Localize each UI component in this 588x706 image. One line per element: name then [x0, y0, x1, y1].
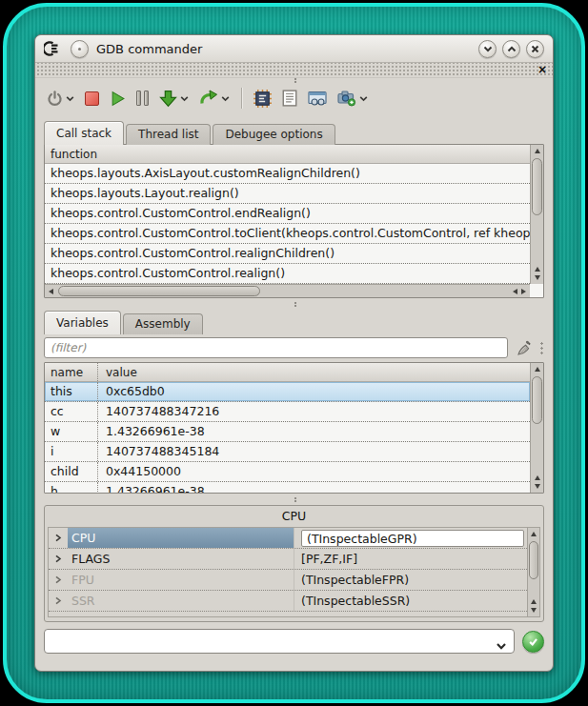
tab-call-stack[interactable]: Call stack [44, 121, 124, 145]
titlebar[interactable]: GDB commander [35, 35, 553, 63]
tab-debugee-options[interactable]: Debugee options [213, 124, 335, 145]
call-stack-row[interactable]: kheops.layouts.AxisLayout.customRealignC… [45, 164, 530, 184]
cpu-row[interactable]: CPU (TInspectableGPR) [49, 528, 527, 549]
panel-splitter[interactable] [35, 298, 553, 310]
dock-close-button[interactable]: × [537, 63, 547, 76]
stop-button[interactable] [85, 91, 99, 106]
call-stack-vertical-scrollbar[interactable] [530, 145, 543, 284]
scroll-trough[interactable] [57, 285, 509, 297]
scroll-right-stepper[interactable] [517, 285, 530, 297]
scroll-up-stepper[interactable] [531, 363, 543, 375]
tab-variables[interactable]: Variables [44, 311, 121, 334]
power-button[interactable] [47, 91, 74, 107]
minimize-button[interactable] [478, 40, 497, 58]
scroll-thumb[interactable] [529, 541, 538, 579]
variable-row[interactable]: h 1.43266961e-38 [45, 482, 530, 494]
variable-row[interactable]: i 140737488345184 [45, 442, 530, 462]
show-watches-button[interactable] [308, 91, 327, 107]
call-stack-row[interactable]: kheops.control.CustomControl.toClient(kh… [45, 224, 530, 244]
top-tab-strip: Call stack Thread list Debugee options [44, 120, 544, 144]
panel-splitter[interactable] [35, 494, 553, 505]
combobox-chevron-icon[interactable] [496, 636, 507, 655]
filter-input[interactable] [44, 337, 508, 358]
cpu-row-name: SSR [68, 591, 294, 611]
expander-chevron-icon[interactable] [49, 549, 68, 569]
cpu-inspector-title: CPU [45, 506, 543, 527]
scroll-down-stepper[interactable] [531, 480, 543, 493]
resize-grip-dots[interactable] [539, 341, 544, 354]
call-stack-row[interactable]: kheops.layouts.Layout.realign() [45, 184, 530, 204]
scroll-thumb[interactable] [532, 158, 542, 215]
expander-chevron-icon[interactable] [49, 570, 68, 590]
confirm-button[interactable] [522, 631, 544, 653]
variable-row[interactable]: w 1.43266961e-38 [45, 422, 530, 442]
scroll-down-stepper[interactable] [531, 272, 543, 284]
snapshot-menu-chevron-icon[interactable] [359, 95, 368, 102]
scroll-down-stepper[interactable] [528, 604, 539, 616]
cpu-row-name: FLAGS [68, 549, 294, 569]
expander-chevron-icon[interactable] [49, 591, 68, 611]
variable-row[interactable]: child 0x44150000 [45, 462, 530, 482]
cpu-row[interactable]: FLAGS [PF,ZF,IF] [49, 549, 527, 570]
call-stack-panel: function kheops.layouts.AxisLayout.custo… [44, 144, 544, 298]
cpu-chip-icon [253, 90, 272, 108]
scroll-thumb[interactable] [532, 376, 542, 424]
variable-value: 1.43266961e-38 [98, 482, 530, 494]
show-cpu-button[interactable] [253, 90, 272, 108]
call-stack-row[interactable]: kheops.control.CustomControl.endRealign(… [45, 204, 530, 224]
window-menu-button[interactable] [71, 40, 89, 58]
column-name[interactable]: name [45, 363, 98, 381]
expander-chevron-icon[interactable] [49, 528, 68, 548]
scroll-left-stepper[interactable] [45, 285, 57, 297]
pause-button[interactable] [136, 91, 149, 106]
scroll-up-stepper[interactable] [531, 145, 543, 157]
call-stack-row[interactable]: kheops.control.CustomControl.realign() [45, 264, 530, 284]
close-button[interactable] [526, 40, 544, 58]
filter-row [44, 337, 544, 358]
power-menu-chevron-icon[interactable] [66, 95, 74, 102]
command-bar [44, 629, 544, 654]
run-button[interactable] [110, 91, 126, 107]
variable-name: w [45, 422, 98, 441]
scroll-trough[interactable] [528, 540, 539, 595]
dock-handle[interactable]: × [35, 63, 553, 78]
window-menu-dot-icon [78, 48, 81, 50]
variables-vertical-scrollbar[interactable] [530, 363, 543, 493]
tab-thread-list[interactable]: Thread list [126, 124, 211, 145]
scroll-trough[interactable] [531, 375, 543, 472]
window-title: GDB commander [96, 42, 471, 56]
cpu-row-name: CPU [68, 528, 294, 548]
show-source-button[interactable] [282, 90, 297, 107]
variable-row[interactable]: cc 140737488347216 [45, 402, 530, 422]
app-logo-icon [44, 41, 63, 56]
scroll-trough[interactable] [531, 157, 543, 263]
variable-row[interactable]: this 0xc65db0 [45, 382, 530, 402]
variable-value: 140737488345184 [98, 442, 530, 461]
call-stack-column-header[interactable]: function [45, 145, 530, 164]
clear-filter-button[interactable] [515, 339, 533, 357]
call-stack-row[interactable]: kheops.control.CustomControl.realignChil… [45, 244, 530, 264]
variable-name: child [45, 462, 98, 481]
call-stack-horizontal-scrollbar[interactable] [45, 284, 530, 297]
step-over-icon [199, 90, 218, 107]
snapshot-button[interactable] [337, 90, 368, 107]
scroll-thumb[interactable] [58, 286, 260, 296]
step-into-menu-chevron-icon[interactable] [180, 95, 189, 102]
tab-assembly[interactable]: Assembly [123, 313, 203, 334]
maximize-button[interactable] [502, 40, 520, 58]
chevron-down-icon [483, 46, 493, 52]
debug-toolbar [35, 78, 553, 114]
column-value[interactable]: value [98, 363, 530, 381]
cpu-row-value-field[interactable]: (TInspectableGPR) [301, 530, 524, 547]
cpu-row[interactable]: FPU (TInspectableFPR) [49, 570, 527, 591]
cpu-vertical-scrollbar[interactable] [527, 528, 539, 616]
command-combobox[interactable] [44, 629, 515, 654]
variables-table-header[interactable]: name value [45, 363, 530, 382]
step-into-button[interactable] [159, 90, 189, 108]
pause-icon [136, 91, 149, 106]
cpu-row[interactable]: SSR (TInspectableSSR) [49, 591, 527, 612]
step-over-button[interactable] [199, 90, 230, 107]
step-over-menu-chevron-icon[interactable] [221, 95, 230, 102]
document-icon [282, 90, 297, 107]
scroll-up-stepper[interactable] [528, 528, 539, 540]
